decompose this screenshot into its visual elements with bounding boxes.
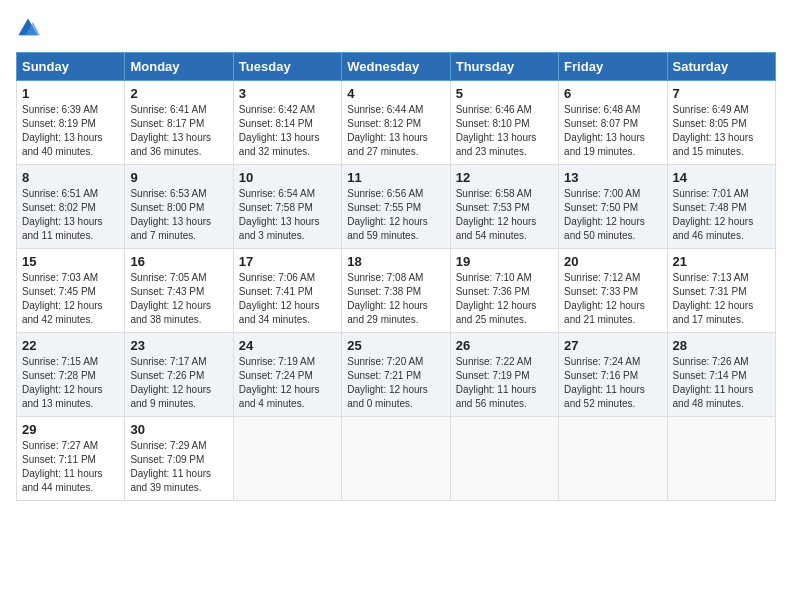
calendar-day-26: 26Sunrise: 7:22 AMSunset: 7:19 PMDayligh… [450,333,558,417]
calendar-day-19: 19Sunrise: 7:10 AMSunset: 7:36 PMDayligh… [450,249,558,333]
day-info: Sunrise: 7:17 AMSunset: 7:26 PMDaylight:… [130,355,227,411]
calendar-day-9: 9Sunrise: 6:53 AMSunset: 8:00 PMDaylight… [125,165,233,249]
day-number: 3 [239,86,336,101]
empty-cell [450,417,558,501]
col-header-thursday: Thursday [450,53,558,81]
col-header-friday: Friday [559,53,667,81]
calendar-day-5: 5Sunrise: 6:46 AMSunset: 8:10 PMDaylight… [450,81,558,165]
calendar-day-28: 28Sunrise: 7:26 AMSunset: 7:14 PMDayligh… [667,333,775,417]
day-number: 21 [673,254,770,269]
day-info: Sunrise: 6:46 AMSunset: 8:10 PMDaylight:… [456,103,553,159]
calendar-day-14: 14Sunrise: 7:01 AMSunset: 7:48 PMDayligh… [667,165,775,249]
calendar-day-3: 3Sunrise: 6:42 AMSunset: 8:14 PMDaylight… [233,81,341,165]
day-number: 7 [673,86,770,101]
day-number: 27 [564,338,661,353]
empty-cell [233,417,341,501]
day-info: Sunrise: 7:12 AMSunset: 7:33 PMDaylight:… [564,271,661,327]
day-number: 10 [239,170,336,185]
day-number: 18 [347,254,444,269]
day-info: Sunrise: 6:42 AMSunset: 8:14 PMDaylight:… [239,103,336,159]
day-info: Sunrise: 7:08 AMSunset: 7:38 PMDaylight:… [347,271,444,327]
calendar-week-1: 1Sunrise: 6:39 AMSunset: 8:19 PMDaylight… [17,81,776,165]
col-header-monday: Monday [125,53,233,81]
calendar-day-7: 7Sunrise: 6:49 AMSunset: 8:05 PMDaylight… [667,81,775,165]
day-info: Sunrise: 7:03 AMSunset: 7:45 PMDaylight:… [22,271,119,327]
calendar-day-30: 30Sunrise: 7:29 AMSunset: 7:09 PMDayligh… [125,417,233,501]
day-info: Sunrise: 6:41 AMSunset: 8:17 PMDaylight:… [130,103,227,159]
calendar-day-24: 24Sunrise: 7:19 AMSunset: 7:24 PMDayligh… [233,333,341,417]
day-info: Sunrise: 7:15 AMSunset: 7:28 PMDaylight:… [22,355,119,411]
day-number: 6 [564,86,661,101]
day-number: 13 [564,170,661,185]
calendar-week-5: 29Sunrise: 7:27 AMSunset: 7:11 PMDayligh… [17,417,776,501]
logo [16,16,44,40]
calendar-day-21: 21Sunrise: 7:13 AMSunset: 7:31 PMDayligh… [667,249,775,333]
calendar-day-27: 27Sunrise: 7:24 AMSunset: 7:16 PMDayligh… [559,333,667,417]
day-info: Sunrise: 6:39 AMSunset: 8:19 PMDaylight:… [22,103,119,159]
calendar-week-4: 22Sunrise: 7:15 AMSunset: 7:28 PMDayligh… [17,333,776,417]
day-number: 17 [239,254,336,269]
day-number: 24 [239,338,336,353]
day-number: 22 [22,338,119,353]
calendar-day-11: 11Sunrise: 6:56 AMSunset: 7:55 PMDayligh… [342,165,450,249]
day-info: Sunrise: 7:10 AMSunset: 7:36 PMDaylight:… [456,271,553,327]
empty-cell [667,417,775,501]
calendar-day-15: 15Sunrise: 7:03 AMSunset: 7:45 PMDayligh… [17,249,125,333]
calendar-table: SundayMondayTuesdayWednesdayThursdayFrid… [16,52,776,501]
calendar-day-2: 2Sunrise: 6:41 AMSunset: 8:17 PMDaylight… [125,81,233,165]
day-info: Sunrise: 6:49 AMSunset: 8:05 PMDaylight:… [673,103,770,159]
day-number: 15 [22,254,119,269]
calendar-day-18: 18Sunrise: 7:08 AMSunset: 7:38 PMDayligh… [342,249,450,333]
day-number: 1 [22,86,119,101]
day-number: 28 [673,338,770,353]
logo-icon [16,16,40,40]
day-info: Sunrise: 7:06 AMSunset: 7:41 PMDaylight:… [239,271,336,327]
calendar-day-20: 20Sunrise: 7:12 AMSunset: 7:33 PMDayligh… [559,249,667,333]
day-info: Sunrise: 6:44 AMSunset: 8:12 PMDaylight:… [347,103,444,159]
day-number: 8 [22,170,119,185]
day-number: 5 [456,86,553,101]
calendar-day-6: 6Sunrise: 6:48 AMSunset: 8:07 PMDaylight… [559,81,667,165]
day-info: Sunrise: 7:01 AMSunset: 7:48 PMDaylight:… [673,187,770,243]
day-number: 30 [130,422,227,437]
day-number: 14 [673,170,770,185]
day-number: 2 [130,86,227,101]
calendar-day-22: 22Sunrise: 7:15 AMSunset: 7:28 PMDayligh… [17,333,125,417]
calendar-day-10: 10Sunrise: 6:54 AMSunset: 7:58 PMDayligh… [233,165,341,249]
day-info: Sunrise: 7:13 AMSunset: 7:31 PMDaylight:… [673,271,770,327]
day-number: 9 [130,170,227,185]
calendar-day-1: 1Sunrise: 6:39 AMSunset: 8:19 PMDaylight… [17,81,125,165]
day-number: 23 [130,338,227,353]
calendar-day-12: 12Sunrise: 6:58 AMSunset: 7:53 PMDayligh… [450,165,558,249]
day-info: Sunrise: 7:20 AMSunset: 7:21 PMDaylight:… [347,355,444,411]
day-info: Sunrise: 7:00 AMSunset: 7:50 PMDaylight:… [564,187,661,243]
day-info: Sunrise: 6:53 AMSunset: 8:00 PMDaylight:… [130,187,227,243]
day-info: Sunrise: 7:22 AMSunset: 7:19 PMDaylight:… [456,355,553,411]
day-number: 19 [456,254,553,269]
day-number: 12 [456,170,553,185]
col-header-saturday: Saturday [667,53,775,81]
calendar-day-16: 16Sunrise: 7:05 AMSunset: 7:43 PMDayligh… [125,249,233,333]
day-info: Sunrise: 6:56 AMSunset: 7:55 PMDaylight:… [347,187,444,243]
empty-cell [559,417,667,501]
day-info: Sunrise: 7:19 AMSunset: 7:24 PMDaylight:… [239,355,336,411]
calendar-week-3: 15Sunrise: 7:03 AMSunset: 7:45 PMDayligh… [17,249,776,333]
day-info: Sunrise: 7:05 AMSunset: 7:43 PMDaylight:… [130,271,227,327]
day-info: Sunrise: 7:24 AMSunset: 7:16 PMDaylight:… [564,355,661,411]
day-number: 26 [456,338,553,353]
col-header-sunday: Sunday [17,53,125,81]
col-header-wednesday: Wednesday [342,53,450,81]
day-info: Sunrise: 6:54 AMSunset: 7:58 PMDaylight:… [239,187,336,243]
day-number: 16 [130,254,227,269]
day-info: Sunrise: 7:26 AMSunset: 7:14 PMDaylight:… [673,355,770,411]
day-number: 11 [347,170,444,185]
day-number: 29 [22,422,119,437]
calendar-day-8: 8Sunrise: 6:51 AMSunset: 8:02 PMDaylight… [17,165,125,249]
day-info: Sunrise: 7:29 AMSunset: 7:09 PMDaylight:… [130,439,227,495]
day-number: 20 [564,254,661,269]
col-header-tuesday: Tuesday [233,53,341,81]
empty-cell [342,417,450,501]
calendar-day-13: 13Sunrise: 7:00 AMSunset: 7:50 PMDayligh… [559,165,667,249]
calendar-day-23: 23Sunrise: 7:17 AMSunset: 7:26 PMDayligh… [125,333,233,417]
day-info: Sunrise: 7:27 AMSunset: 7:11 PMDaylight:… [22,439,119,495]
